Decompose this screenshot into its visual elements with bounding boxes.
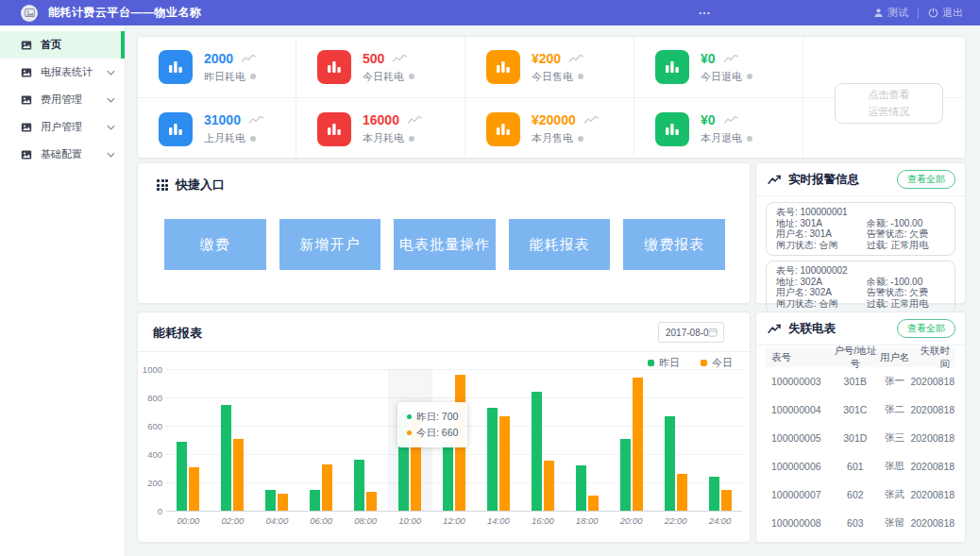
quick-button[interactable]: 缴费报表 [623, 219, 725, 270]
sidebar-item-basic-config[interactable]: 基础配置 [0, 141, 125, 168]
stat-value: ¥0 [701, 51, 716, 66]
bar-group [166, 369, 211, 511]
y-axis-label: 0 [138, 506, 162, 516]
stat-item: ¥0 今日退电 [634, 37, 803, 97]
bar-今日 [189, 467, 199, 511]
logout-button[interactable]: 退出 [928, 6, 963, 20]
alert-meter-no: 表号: 100000001 [776, 207, 945, 218]
bar-今日 [278, 494, 288, 511]
alert-field: 用户名: 301A [776, 228, 867, 240]
stat-label: 昨日耗电 [204, 70, 245, 84]
quick-button[interactable]: 新增开户 [279, 219, 381, 270]
alert-card: 表号: 100000002地址: 302A余额: -100.00用户名: 302… [766, 261, 955, 314]
info-icon[interactable] [250, 74, 256, 79]
gridline [166, 511, 742, 512]
alert-field: 过载: 正常用电 [867, 240, 945, 251]
logout-label: 退出 [942, 6, 963, 20]
stats-card: 2000 昨日耗电 500 今日耗电 ¥200 今日售电 ¥0 [137, 36, 966, 159]
info-icon[interactable] [409, 136, 414, 142]
bar-chart-icon [159, 112, 193, 146]
legend-item[interactable]: 昨日 [648, 356, 680, 370]
bar-chart-icon [486, 112, 520, 146]
table-row: 100000007602张武20200818 [766, 480, 955, 509]
lost-meters-view-all-button[interactable]: 查看全部 [897, 319, 955, 338]
info-icon[interactable] [250, 136, 256, 142]
sparkline-icon [568, 54, 584, 63]
bar-group [211, 369, 255, 511]
quick-entry-card: 快捷入口 缴费新增开户电表批量操作能耗报表缴费报表 [137, 162, 751, 304]
info-icon[interactable] [409, 74, 414, 79]
stat-value: ¥20000 [532, 112, 576, 127]
quick-button[interactable]: 电表批量操作 [394, 219, 496, 270]
sparkline-icon [248, 115, 264, 125]
logo-icon [21, 5, 38, 22]
lost-meters-header: 失联电表 查看全部 [756, 312, 965, 345]
alert-field: 告警状态: 欠费 [867, 287, 945, 298]
lost-meters-table-header: 表号户号/地址号用户名失联时间 [766, 348, 955, 367]
chart-x-labels: 00:0002:0004:0006:0008:0010:0012:0014:00… [166, 515, 742, 526]
sidebar-item-fee-management[interactable]: 费用管理 [0, 86, 125, 113]
info-icon[interactable] [578, 74, 583, 79]
header-more-menu[interactable]: ... [699, 4, 711, 17]
table-cell: 20200818 [910, 517, 950, 529]
legend-item[interactable]: 今日 [701, 356, 733, 370]
bar-今日 [366, 492, 377, 511]
x-axis-label: 08:00 [344, 515, 388, 526]
stat-label: 今日售电 [532, 70, 573, 84]
menu-image-icon [21, 40, 32, 51]
table-cell: 张武 [878, 488, 910, 501]
stat-value: ¥200 [532, 51, 561, 66]
stat-label: 本月退电 [701, 131, 742, 145]
stat-label: 本月售电 [532, 131, 573, 145]
sidebar-item-meter-report-stats[interactable]: 电报表统计 [0, 59, 125, 86]
alerts-view-all-button[interactable]: 查看全部 [897, 170, 955, 189]
date-picker[interactable] [658, 322, 724, 343]
calendar-icon[interactable] [708, 328, 718, 337]
table-column-header: 户号/地址号 [832, 345, 878, 371]
stat-label: 本月耗电 [363, 131, 404, 145]
app-header: 能耗计费云平台——物业名称 ... 测试 退出 [0, 0, 980, 25]
bar-昨日 [487, 408, 498, 512]
sidebar-item-label: 用户管理 [41, 120, 107, 134]
lost-meters-table: 表号户号/地址号用户名失联时间 100000003301B张一202008181… [766, 348, 955, 537]
quick-button[interactable]: 能耗报表 [509, 219, 611, 270]
table-cell: 100000007 [771, 489, 832, 500]
x-axis-label: 14:00 [476, 515, 520, 526]
table-cell: 20200818 [910, 432, 950, 444]
quick-button[interactable]: 缴费 [164, 219, 266, 270]
user-menu[interactable]: 测试 [873, 6, 908, 20]
bar-group [344, 369, 388, 511]
alert-field: 过载: 正常用电 [867, 298, 945, 310]
bar-今日 [233, 439, 244, 512]
info-icon[interactable] [578, 136, 583, 142]
info-icon[interactable] [747, 74, 752, 79]
chevron-down-icon [107, 97, 115, 103]
stat-item: 500 今日耗电 [296, 37, 465, 97]
ops-line2: 运营情况 [869, 105, 910, 119]
menu-image-icon [21, 149, 32, 160]
operations-overview-button[interactable]: 点击查看 运营情况 [835, 83, 943, 124]
table-cell: 100000003 [771, 376, 832, 387]
date-input[interactable] [659, 328, 708, 338]
stat-item: 16000 本月耗电 [296, 98, 465, 160]
bar-昨日 [443, 442, 453, 512]
table-row: 100000006601张思20200818 [766, 452, 955, 480]
bar-今日 [544, 461, 554, 511]
y-axis-label: 1000 [138, 364, 162, 375]
bar-group [476, 369, 520, 511]
bar-group [565, 369, 609, 511]
bar-group [520, 369, 565, 511]
trend-icon [768, 324, 782, 334]
bar-chart-icon [317, 112, 351, 146]
sidebar-item-home[interactable]: 首页 [0, 31, 125, 59]
info-icon[interactable] [747, 136, 752, 142]
stat-value: 16000 [363, 112, 399, 127]
alert-list: 表号: 100000001地址: 301A余额: -100.00用户名: 301… [766, 202, 955, 314]
sparkline-icon [723, 115, 739, 125]
energy-report-header: 能耗报表 [138, 312, 750, 352]
energy-report-card: 能耗报表 昨日今日 02004006008001000昨日: 700今日: 66… [137, 312, 751, 543]
stat-item: 31000 上月耗电 [138, 98, 296, 160]
table-cell: 301C [832, 404, 878, 415]
sidebar-item-user-management[interactable]: 用户管理 [0, 113, 125, 141]
trend-icon [768, 175, 782, 185]
